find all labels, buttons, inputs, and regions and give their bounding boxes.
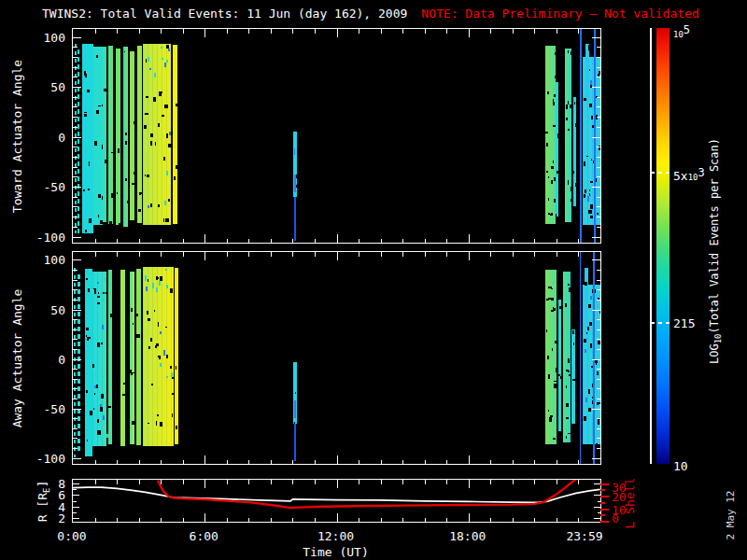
- noise-notch: [546, 143, 547, 147]
- x-tick: [161, 239, 162, 244]
- noise-notch: [551, 298, 554, 301]
- noise-notch: [558, 133, 561, 136]
- y-tick: [73, 438, 78, 439]
- x-tick: [183, 252, 184, 257]
- noise-notch: [572, 379, 575, 381]
- x-tick: [183, 239, 184, 244]
- x-tick: [490, 460, 491, 465]
- noise-notch: [127, 201, 129, 204]
- x-tick-label: 23:59: [552, 530, 617, 542]
- x-tick: [95, 239, 96, 244]
- noise-notch: [548, 198, 550, 201]
- x-tick: [381, 252, 382, 257]
- x-tick: [469, 455, 470, 464]
- striation: [143, 267, 174, 446]
- speck: [160, 331, 162, 334]
- noise-notch: [125, 362, 126, 364]
- y-tick: [592, 87, 600, 88]
- spectrogram-stripe: [585, 44, 590, 97]
- x-tick: [359, 252, 359, 257]
- noise-notch: [547, 91, 550, 95]
- y-tick-label: -50: [28, 181, 65, 193]
- noise-notch: [98, 194, 101, 199]
- orbit-lines: [73, 480, 600, 522]
- speck: [166, 60, 168, 63]
- speck: [148, 205, 149, 208]
- speck: [100, 291, 102, 297]
- x-tick: [534, 239, 535, 244]
- series-R: [73, 487, 600, 502]
- series-LShell: [158, 480, 576, 508]
- noise-notch: [546, 299, 549, 301]
- lshell-tick: [600, 509, 609, 511]
- noise-notch: [568, 129, 569, 131]
- spectrogram-stripe: [136, 269, 141, 445]
- spectrogram-stripe: [85, 269, 92, 455]
- noise-notch: [109, 221, 112, 226]
- x-tick: [578, 29, 579, 34]
- x-tick: [381, 29, 382, 34]
- colorbar-title: LOG10(Total Valid Events per Scan): [708, 137, 721, 363]
- noise-notch: [132, 183, 134, 186]
- speck: [171, 372, 173, 377]
- speck: [168, 49, 170, 51]
- noise-notch: [566, 370, 569, 371]
- noise-notch: [136, 314, 138, 315]
- y-tick: [597, 217, 601, 217]
- toward-panel: [72, 28, 601, 244]
- y-tick: [73, 57, 78, 58]
- noise-notch: [98, 105, 101, 107]
- r-axis-title: R [RE]: [35, 480, 49, 522]
- noise-notch: [566, 403, 568, 406]
- speck: [159, 281, 161, 287]
- spectrogram-stripe: [93, 47, 103, 224]
- noise-notch: [568, 433, 570, 435]
- noise-notch: [94, 141, 97, 146]
- x-tick-label: 18:00: [435, 530, 500, 542]
- x-tick: [204, 29, 205, 37]
- y-tick: [73, 147, 78, 147]
- speck: [149, 68, 151, 70]
- colorbar-tick-label: 215: [673, 317, 695, 329]
- x-tick: [402, 29, 403, 34]
- x-tick: [227, 460, 228, 465]
- speck: [160, 363, 162, 367]
- noise-notch: [86, 278, 88, 281]
- noise-notch: [568, 180, 570, 184]
- speck: [95, 372, 97, 377]
- noise-notch: [132, 372, 134, 374]
- noise-notch: [575, 406, 578, 410]
- noise-notch: [556, 214, 557, 217]
- y-tick: [597, 197, 601, 198]
- y-tick-label: -50: [28, 403, 65, 415]
- speck: [585, 357, 587, 361]
- x-tick: [292, 239, 293, 244]
- x-tick: [271, 239, 272, 244]
- y-tick: [73, 329, 78, 330]
- y-tick: [73, 379, 78, 380]
- speck: [148, 57, 149, 61]
- striation: [143, 44, 171, 225]
- x-tick: [95, 252, 96, 257]
- noise-notch: [555, 341, 557, 343]
- x-tick: [513, 460, 514, 465]
- noise-notch: [566, 436, 567, 439]
- x-tick: [337, 252, 338, 260]
- noise-notch: [131, 308, 132, 312]
- x-tick: [469, 252, 470, 260]
- y-tick: [73, 237, 81, 238]
- y-tick: [73, 97, 78, 98]
- x-tick: [95, 29, 96, 34]
- speck: [591, 197, 593, 199]
- y-tick: [73, 399, 78, 399]
- y-tick: [592, 310, 600, 311]
- x-tick: [534, 252, 535, 257]
- x-tick: [490, 29, 491, 34]
- x-tick: [578, 239, 579, 244]
- x-tick: [117, 460, 118, 465]
- noise-notch: [548, 176, 549, 178]
- noise-notch: [84, 114, 87, 117]
- y-tick: [597, 418, 601, 419]
- noise-notch: [576, 130, 578, 133]
- spectrogram-stripe: [108, 46, 113, 223]
